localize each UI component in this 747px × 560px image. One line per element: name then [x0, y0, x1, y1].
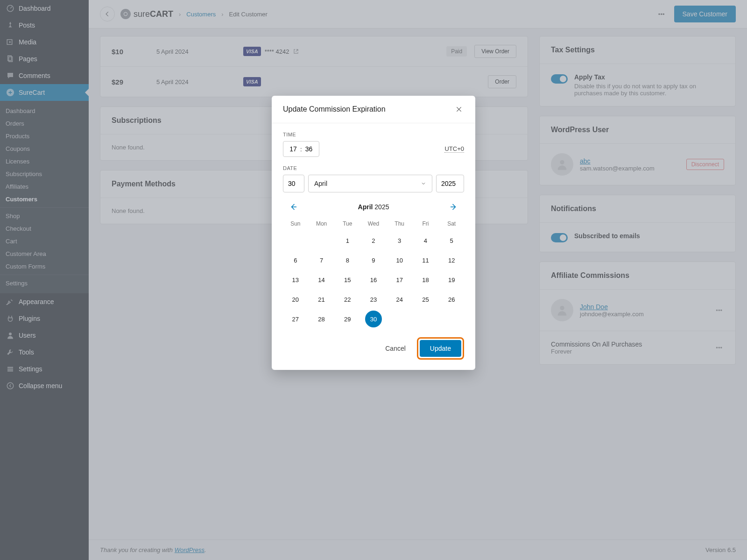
calendar-day[interactable]: 26	[443, 291, 460, 308]
calendar-day[interactable]: 14	[313, 271, 330, 288]
calendar-day[interactable]: 27	[287, 311, 304, 327]
calendar-day[interactable]: 9	[365, 252, 382, 269]
calendar-day[interactable]: 6	[287, 252, 304, 269]
time-input-group: :	[283, 141, 319, 157]
commission-expiration-modal: Update Commission Expiration TIME : UTC+…	[272, 96, 475, 370]
calendar-dow: Tue	[335, 218, 360, 230]
calendar-day[interactable]: 3	[391, 232, 408, 249]
day-input[interactable]	[283, 175, 304, 192]
update-button[interactable]: Update	[420, 340, 461, 357]
calendar-day[interactable]: 4	[417, 232, 434, 249]
next-month-button[interactable]	[445, 201, 461, 213]
time-label: TIME	[283, 132, 464, 137]
chevron-down-icon	[421, 181, 426, 186]
calendar-dow: Sat	[439, 218, 464, 230]
calendar-day[interactable]: 25	[417, 291, 434, 308]
close-button[interactable]	[454, 104, 464, 114]
calendar-day[interactable]: 5	[443, 232, 460, 249]
calendar-day[interactable]: 11	[417, 252, 434, 269]
calendar-day[interactable]: 18	[417, 271, 434, 288]
calendar-dow: Fri	[413, 218, 438, 230]
calendar-day[interactable]: 15	[339, 271, 356, 288]
year-input[interactable]	[436, 175, 464, 192]
calendar-day[interactable]: 29	[339, 311, 356, 327]
calendar-day[interactable]: 30	[365, 311, 382, 327]
calendar-day[interactable]: 17	[391, 271, 408, 288]
calendar-day[interactable]: 2	[365, 232, 382, 249]
calendar-dow: Sun	[283, 218, 308, 230]
hour-input[interactable]	[288, 145, 298, 153]
calendar-dow: Mon	[309, 218, 334, 230]
calendar-day[interactable]: 21	[313, 291, 330, 308]
calendar-title: April 2025	[358, 203, 389, 211]
arrow-right-icon	[449, 203, 458, 211]
calendar-dow: Thu	[387, 218, 412, 230]
calendar-day[interactable]: 19	[443, 271, 460, 288]
modal-overlay[interactable]: Update Commission Expiration TIME : UTC+…	[0, 0, 747, 560]
calendar-day[interactable]: 23	[365, 291, 382, 308]
calendar-day[interactable]: 16	[365, 271, 382, 288]
calendar-dow: Wed	[361, 218, 386, 230]
minute-input[interactable]	[304, 145, 314, 153]
update-button-highlight: Update	[417, 337, 464, 360]
calendar-day[interactable]: 24	[391, 291, 408, 308]
date-label: DATE	[283, 165, 464, 171]
calendar-day[interactable]: 28	[313, 311, 330, 327]
calendar-day[interactable]: 22	[339, 291, 356, 308]
calendar-day[interactable]: 7	[313, 252, 330, 269]
calendar-day[interactable]: 8	[339, 252, 356, 269]
close-icon	[456, 106, 462, 113]
prev-month-button[interactable]	[286, 201, 302, 213]
calendar-day[interactable]: 20	[287, 291, 304, 308]
calendar-day[interactable]: 13	[287, 271, 304, 288]
timezone-label[interactable]: UTC+0	[444, 145, 464, 153]
cancel-button[interactable]: Cancel	[379, 340, 412, 357]
modal-title: Update Commission Expiration	[283, 105, 386, 113]
calendar-day[interactable]: 12	[443, 252, 460, 269]
calendar-day[interactable]: 1	[339, 232, 356, 249]
calendar-day[interactable]: 10	[391, 252, 408, 269]
arrow-left-icon	[289, 203, 298, 211]
month-select[interactable]: April	[308, 175, 432, 192]
